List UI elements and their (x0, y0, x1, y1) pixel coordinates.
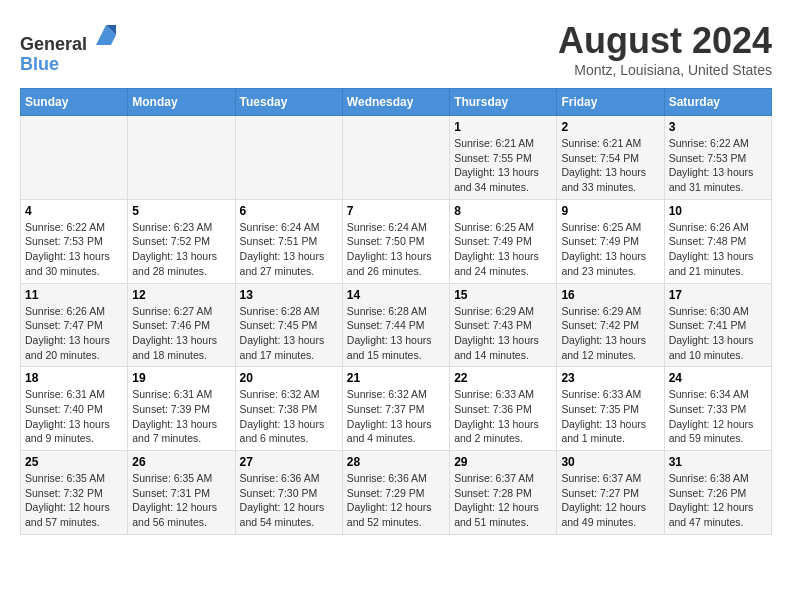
logo-blue: Blue (20, 54, 59, 74)
calendar-day-cell: 10Sunrise: 6:26 AMSunset: 7:48 PMDayligh… (664, 199, 771, 283)
title-block: August 2024 Montz, Louisiana, United Sta… (558, 20, 772, 78)
day-number: 22 (454, 371, 552, 385)
logo-general: General (20, 34, 87, 54)
day-info: Sunrise: 6:37 AMSunset: 7:28 PMDaylight:… (454, 471, 552, 530)
day-info: Sunrise: 6:22 AMSunset: 7:53 PMDaylight:… (25, 220, 123, 279)
day-info: Sunrise: 6:32 AMSunset: 7:37 PMDaylight:… (347, 387, 445, 446)
day-number: 6 (240, 204, 338, 218)
calendar-day-cell: 4Sunrise: 6:22 AMSunset: 7:53 PMDaylight… (21, 199, 128, 283)
day-info: Sunrise: 6:28 AMSunset: 7:45 PMDaylight:… (240, 304, 338, 363)
calendar-week-row: 1Sunrise: 6:21 AMSunset: 7:55 PMDaylight… (21, 116, 772, 200)
day-info: Sunrise: 6:29 AMSunset: 7:43 PMDaylight:… (454, 304, 552, 363)
calendar-header-row: SundayMondayTuesdayWednesdayThursdayFrid… (21, 89, 772, 116)
day-number: 28 (347, 455, 445, 469)
day-info: Sunrise: 6:24 AMSunset: 7:50 PMDaylight:… (347, 220, 445, 279)
calendar-day-cell: 23Sunrise: 6:33 AMSunset: 7:35 PMDayligh… (557, 367, 664, 451)
day-number: 3 (669, 120, 767, 134)
day-number: 4 (25, 204, 123, 218)
logo-icon (91, 20, 121, 50)
calendar-day-cell: 22Sunrise: 6:33 AMSunset: 7:36 PMDayligh… (450, 367, 557, 451)
day-number: 13 (240, 288, 338, 302)
calendar-day-cell: 12Sunrise: 6:27 AMSunset: 7:46 PMDayligh… (128, 283, 235, 367)
logo: General Blue (20, 20, 121, 75)
day-number: 21 (347, 371, 445, 385)
calendar-day-cell: 19Sunrise: 6:31 AMSunset: 7:39 PMDayligh… (128, 367, 235, 451)
day-number: 8 (454, 204, 552, 218)
day-info: Sunrise: 6:22 AMSunset: 7:53 PMDaylight:… (669, 136, 767, 195)
calendar-day-cell: 24Sunrise: 6:34 AMSunset: 7:33 PMDayligh… (664, 367, 771, 451)
day-number: 15 (454, 288, 552, 302)
calendar-day-cell: 20Sunrise: 6:32 AMSunset: 7:38 PMDayligh… (235, 367, 342, 451)
calendar-day-cell: 28Sunrise: 6:36 AMSunset: 7:29 PMDayligh… (342, 451, 449, 535)
calendar-day-cell: 7Sunrise: 6:24 AMSunset: 7:50 PMDaylight… (342, 199, 449, 283)
day-info: Sunrise: 6:37 AMSunset: 7:27 PMDaylight:… (561, 471, 659, 530)
calendar-week-row: 18Sunrise: 6:31 AMSunset: 7:40 PMDayligh… (21, 367, 772, 451)
calendar-day-cell: 21Sunrise: 6:32 AMSunset: 7:37 PMDayligh… (342, 367, 449, 451)
day-number: 5 (132, 204, 230, 218)
calendar-day-cell: 11Sunrise: 6:26 AMSunset: 7:47 PMDayligh… (21, 283, 128, 367)
month-title: August 2024 (558, 20, 772, 62)
calendar-day-cell: 14Sunrise: 6:28 AMSunset: 7:44 PMDayligh… (342, 283, 449, 367)
day-info: Sunrise: 6:33 AMSunset: 7:36 PMDaylight:… (454, 387, 552, 446)
day-number: 12 (132, 288, 230, 302)
day-number: 29 (454, 455, 552, 469)
calendar-day-cell: 18Sunrise: 6:31 AMSunset: 7:40 PMDayligh… (21, 367, 128, 451)
calendar-day-cell (235, 116, 342, 200)
calendar-day-cell: 30Sunrise: 6:37 AMSunset: 7:27 PMDayligh… (557, 451, 664, 535)
calendar-day-cell: 15Sunrise: 6:29 AMSunset: 7:43 PMDayligh… (450, 283, 557, 367)
calendar-week-row: 25Sunrise: 6:35 AMSunset: 7:32 PMDayligh… (21, 451, 772, 535)
day-info: Sunrise: 6:35 AMSunset: 7:31 PMDaylight:… (132, 471, 230, 530)
calendar-table: SundayMondayTuesdayWednesdayThursdayFrid… (20, 88, 772, 535)
day-info: Sunrise: 6:24 AMSunset: 7:51 PMDaylight:… (240, 220, 338, 279)
day-number: 24 (669, 371, 767, 385)
day-of-week-header: Thursday (450, 89, 557, 116)
calendar-day-cell: 29Sunrise: 6:37 AMSunset: 7:28 PMDayligh… (450, 451, 557, 535)
calendar-day-cell (342, 116, 449, 200)
day-info: Sunrise: 6:23 AMSunset: 7:52 PMDaylight:… (132, 220, 230, 279)
day-info: Sunrise: 6:25 AMSunset: 7:49 PMDaylight:… (561, 220, 659, 279)
calendar-day-cell: 31Sunrise: 6:38 AMSunset: 7:26 PMDayligh… (664, 451, 771, 535)
day-of-week-header: Monday (128, 89, 235, 116)
day-info: Sunrise: 6:30 AMSunset: 7:41 PMDaylight:… (669, 304, 767, 363)
day-number: 17 (669, 288, 767, 302)
day-number: 31 (669, 455, 767, 469)
day-info: Sunrise: 6:33 AMSunset: 7:35 PMDaylight:… (561, 387, 659, 446)
day-info: Sunrise: 6:34 AMSunset: 7:33 PMDaylight:… (669, 387, 767, 446)
calendar-day-cell: 16Sunrise: 6:29 AMSunset: 7:42 PMDayligh… (557, 283, 664, 367)
day-info: Sunrise: 6:26 AMSunset: 7:47 PMDaylight:… (25, 304, 123, 363)
day-number: 11 (25, 288, 123, 302)
day-info: Sunrise: 6:36 AMSunset: 7:30 PMDaylight:… (240, 471, 338, 530)
calendar-week-row: 11Sunrise: 6:26 AMSunset: 7:47 PMDayligh… (21, 283, 772, 367)
calendar-day-cell: 1Sunrise: 6:21 AMSunset: 7:55 PMDaylight… (450, 116, 557, 200)
day-info: Sunrise: 6:27 AMSunset: 7:46 PMDaylight:… (132, 304, 230, 363)
day-info: Sunrise: 6:25 AMSunset: 7:49 PMDaylight:… (454, 220, 552, 279)
day-of-week-header: Tuesday (235, 89, 342, 116)
day-of-week-header: Wednesday (342, 89, 449, 116)
calendar-day-cell: 13Sunrise: 6:28 AMSunset: 7:45 PMDayligh… (235, 283, 342, 367)
day-number: 1 (454, 120, 552, 134)
day-number: 16 (561, 288, 659, 302)
day-of-week-header: Saturday (664, 89, 771, 116)
day-info: Sunrise: 6:28 AMSunset: 7:44 PMDaylight:… (347, 304, 445, 363)
calendar-day-cell: 2Sunrise: 6:21 AMSunset: 7:54 PMDaylight… (557, 116, 664, 200)
day-info: Sunrise: 6:38 AMSunset: 7:26 PMDaylight:… (669, 471, 767, 530)
day-number: 2 (561, 120, 659, 134)
day-number: 7 (347, 204, 445, 218)
day-info: Sunrise: 6:32 AMSunset: 7:38 PMDaylight:… (240, 387, 338, 446)
calendar-day-cell (128, 116, 235, 200)
day-number: 9 (561, 204, 659, 218)
day-info: Sunrise: 6:29 AMSunset: 7:42 PMDaylight:… (561, 304, 659, 363)
day-number: 30 (561, 455, 659, 469)
day-info: Sunrise: 6:31 AMSunset: 7:40 PMDaylight:… (25, 387, 123, 446)
day-number: 23 (561, 371, 659, 385)
calendar-day-cell: 3Sunrise: 6:22 AMSunset: 7:53 PMDaylight… (664, 116, 771, 200)
day-number: 10 (669, 204, 767, 218)
page-header: General Blue August 2024 Montz, Louisian… (20, 20, 772, 78)
day-of-week-header: Sunday (21, 89, 128, 116)
day-number: 19 (132, 371, 230, 385)
calendar-day-cell: 8Sunrise: 6:25 AMSunset: 7:49 PMDaylight… (450, 199, 557, 283)
day-number: 25 (25, 455, 123, 469)
calendar-day-cell: 26Sunrise: 6:35 AMSunset: 7:31 PMDayligh… (128, 451, 235, 535)
location: Montz, Louisiana, United States (558, 62, 772, 78)
calendar-day-cell: 5Sunrise: 6:23 AMSunset: 7:52 PMDaylight… (128, 199, 235, 283)
